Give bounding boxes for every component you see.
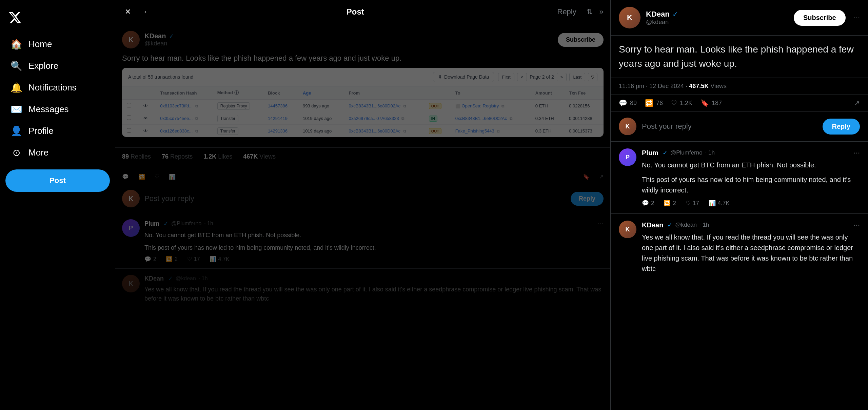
sidebar-label-profile: Profile bbox=[28, 126, 54, 136]
right-plum-reply-action[interactable]: 💬 2 bbox=[642, 200, 654, 207]
sidebar-item-home[interactable]: 🏠 Home bbox=[3, 34, 113, 54]
cell-block[interactable]: 14291336 bbox=[263, 125, 298, 137]
sidebar-item-notifications[interactable]: 🔔 Notifications bbox=[3, 77, 113, 98]
reply-submit-button[interactable]: Reply bbox=[571, 192, 604, 206]
plum-views-count: 4.7K bbox=[218, 256, 230, 262]
cell-fee: 0.00115373 bbox=[564, 125, 604, 137]
plum-reply-action[interactable]: 💬 2 bbox=[144, 256, 156, 262]
cell-check[interactable] bbox=[122, 100, 139, 112]
right-kdean-content: KDean ✓ @kdean · 1h ··· Yes we all know … bbox=[642, 221, 860, 278]
right-kdean2-more[interactable]: ··· bbox=[854, 221, 860, 229]
plum-like-icon: ♡ bbox=[187, 256, 192, 262]
prev-page-button[interactable]: < bbox=[517, 73, 527, 81]
right-plum-author-row: Plum ✓ @Plumferno · 1h ··· bbox=[642, 148, 860, 157]
plum-retweet-action[interactable]: 🔁 2 bbox=[166, 256, 178, 262]
cell-block[interactable]: 14457386 bbox=[263, 100, 298, 112]
filter-button[interactable]: ▽ bbox=[588, 73, 597, 81]
retweet-action[interactable]: 🔁 bbox=[138, 173, 145, 180]
cell-hash[interactable]: 0x35cd754eee... ⧉ bbox=[155, 112, 213, 125]
right-reply-action[interactable]: 💬 89 bbox=[619, 99, 637, 107]
plum-views-action[interactable]: 📊 4.7K bbox=[210, 256, 230, 262]
right-plum-more[interactable]: ··· bbox=[854, 148, 860, 157]
close-button[interactable]: ✕ bbox=[122, 5, 134, 19]
cell-from[interactable]: 0xcB8343B1...6e80D02Ac ⧉ bbox=[344, 100, 424, 112]
right-kdean2-time: · 1h bbox=[699, 222, 709, 228]
first-page-button[interactable]: First bbox=[498, 73, 514, 81]
kdean2-verified: ✓ bbox=[168, 275, 173, 282]
right-plum-like-action[interactable]: ♡ 17 bbox=[686, 200, 699, 207]
sidebar-label-explore: Explore bbox=[28, 61, 58, 71]
download-page-data-button[interactable]: ⬇ Download Page Data bbox=[433, 72, 494, 82]
reply-text-input[interactable]: Post your reply bbox=[144, 194, 566, 203]
sort-icon[interactable]: ⇅ bbox=[587, 7, 593, 16]
right-bookmark-action[interactable]: 🔖 187 bbox=[701, 99, 722, 107]
post-button[interactable]: Post bbox=[5, 169, 110, 192]
views-action[interactable]: 📊 bbox=[169, 173, 176, 180]
plum-author-row: Plum ✓ @Plumferno · 1h ··· bbox=[144, 219, 604, 228]
back-button[interactable]: ← bbox=[140, 5, 153, 19]
topbar: ✕ ← Post Reply ⇅ » bbox=[115, 0, 610, 24]
pagination: First < Page 2 of 2 > Last ▽ bbox=[498, 73, 597, 81]
right-more-button[interactable]: ··· bbox=[854, 13, 860, 22]
subscribe-button[interactable]: Subscribe bbox=[558, 33, 604, 47]
transactions-table: Transaction Hash Method ⓘ Block Age From… bbox=[122, 86, 604, 137]
author-handle: @kdean bbox=[144, 40, 174, 47]
cell-eye: 👁 bbox=[139, 112, 155, 125]
cell-from[interactable]: 0xcB8343B1...6e80D02Ac ⧉ bbox=[344, 125, 424, 137]
next-page-button[interactable]: > bbox=[557, 73, 567, 81]
last-page-button[interactable]: Last bbox=[569, 73, 585, 81]
share-action[interactable]: ↗ bbox=[599, 173, 604, 180]
right-plum-reply: P Plum ✓ @Plumferno · 1h ··· No. You can… bbox=[611, 142, 868, 214]
right-reply-submit-button[interactable]: Reply bbox=[823, 119, 860, 135]
main-tweet-area: K KDean ✓ @kdean Subscribe Sorry to hear… bbox=[115, 24, 610, 147]
plum-avatar: P bbox=[122, 219, 140, 237]
cell-to[interactable]: Fake_Phishing5443 ⧉ bbox=[451, 125, 531, 137]
views-action-icon: 📊 bbox=[169, 173, 176, 180]
cell-eye: 👁 bbox=[139, 125, 155, 137]
sidebar-label-messages: Messages bbox=[28, 104, 69, 115]
cell-hash[interactable]: 0xa126ed838c... ⧉ bbox=[155, 125, 213, 137]
cell-to[interactable]: 0xcB8343B1...6e80D02Ac ⧉ bbox=[451, 112, 531, 125]
right-plum-time: · 1h bbox=[705, 149, 715, 156]
cell-block[interactable]: 14291419 bbox=[263, 112, 298, 125]
plum-action-row: 💬 2 🔁 2 ♡ 17 📊 4.7K bbox=[144, 256, 604, 262]
expand-icon[interactable]: » bbox=[599, 7, 604, 16]
col-from: From bbox=[344, 86, 424, 100]
right-reply-icon: 💬 bbox=[619, 99, 627, 107]
sidebar-item-profile[interactable]: 👤 Profile bbox=[3, 121, 113, 141]
right-like-action[interactable]: ♡ 1.2K bbox=[671, 99, 692, 107]
sidebar-item-more[interactable]: ⊙ More bbox=[3, 142, 113, 163]
cell-check[interactable] bbox=[122, 125, 139, 137]
middle-content: ✕ ← Post Reply ⇅ » K KDean ✓ @kdean Subs… bbox=[115, 0, 610, 410]
cell-check[interactable] bbox=[122, 112, 139, 125]
plum-reply-icon: 💬 bbox=[144, 256, 151, 262]
sidebar-item-messages[interactable]: ✉️ Messages bbox=[3, 99, 113, 119]
plum-retweet-icon: 🔁 bbox=[166, 256, 173, 262]
plum-text1: No. You cannot get BTC from an ETH phish… bbox=[144, 231, 604, 240]
right-share-action[interactable]: ↗ bbox=[854, 99, 860, 107]
explore-icon: 🔍 bbox=[11, 60, 22, 71]
tweet-author-row: K KDean ✓ @kdean Subscribe bbox=[122, 31, 604, 48]
right-kdean2-verified: ✓ bbox=[667, 221, 672, 229]
right-retweet-action[interactable]: 🔁 76 bbox=[645, 99, 663, 107]
right-plum-retweet-action[interactable]: 🔁 2 bbox=[664, 200, 676, 207]
cell-hash[interactable]: 0x8103ec73ffd... ⧉ bbox=[155, 100, 213, 112]
reply-action-icon: 💬 bbox=[122, 173, 129, 180]
sidebar-item-explore[interactable]: 🔍 Explore bbox=[3, 56, 113, 76]
cell-from[interactable]: 0xa26979ca...07A658323 ⧉ bbox=[344, 112, 424, 125]
right-author-info: KDean ✓ @kdean bbox=[646, 10, 788, 26]
plum-like-action[interactable]: ♡ 17 bbox=[187, 256, 200, 262]
table-row: 👁 0x35cd754eee... ⧉ Transfer 14291419 10… bbox=[122, 112, 604, 125]
right-plum-views-action[interactable]: 📊 4.7K bbox=[709, 200, 730, 207]
plum-more-button[interactable]: ··· bbox=[597, 219, 604, 228]
like-action[interactable]: ♡ bbox=[155, 173, 159, 180]
right-subscribe-button[interactable]: Subscribe bbox=[794, 10, 846, 26]
right-reply-text-input[interactable]: Post your reply bbox=[642, 122, 817, 131]
home-icon: 🏠 bbox=[11, 39, 22, 49]
kdean2-text: Yes we all know that. If you read the th… bbox=[144, 285, 604, 303]
bookmark-action[interactable]: 🔖 bbox=[583, 173, 590, 180]
cell-to[interactable]: ⬜ OpenSea: Registry ⧉ bbox=[451, 100, 531, 112]
cell-dir: OUT bbox=[424, 100, 451, 112]
reply-action[interactable]: 💬 bbox=[122, 173, 129, 180]
sidebar-label-notifications: Notifications bbox=[28, 82, 77, 93]
